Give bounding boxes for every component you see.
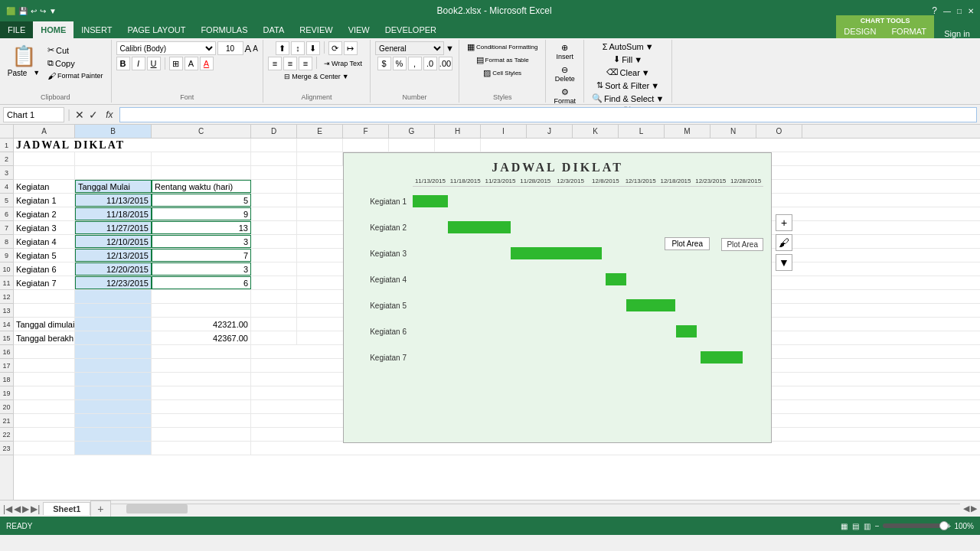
cell-b5[interactable]: 11/13/2015 — [75, 194, 152, 207]
cell-d10[interactable] — [251, 262, 297, 276]
row-header-10[interactable]: 10 — [0, 262, 13, 276]
zoom-out-btn[interactable]: − — [875, 522, 880, 530]
cancel-formula-btn[interactable]: ✕ — [74, 109, 86, 121]
row-header-9[interactable]: 9 — [0, 249, 13, 262]
cell-b15[interactable] — [75, 331, 152, 344]
row-header-17[interactable]: 17 — [0, 359, 13, 373]
cell-d5[interactable] — [251, 194, 297, 207]
format-btn[interactable]: ⚙ Format — [550, 86, 579, 106]
cell-f1[interactable] — [343, 139, 389, 152]
cell-c7[interactable]: 13 — [152, 221, 251, 234]
maximize-btn[interactable]: □ — [957, 7, 962, 15]
paste-dropdown-btn[interactable]: ▼ — [31, 68, 42, 78]
clear-btn[interactable]: ⌫ Clear ▼ — [603, 67, 653, 78]
paste-btn[interactable]: 📋 — [11, 44, 36, 68]
cell-d9[interactable] — [251, 249, 297, 262]
cell-c11[interactable]: 6 — [152, 276, 251, 289]
minimize-btn[interactable]: — — [943, 7, 951, 15]
indent-increase-btn[interactable]: ↦ — [344, 41, 358, 55]
add-sheet-btn[interactable]: + — [90, 500, 110, 517]
col-header-f[interactable]: F — [343, 125, 389, 138]
row-header-20[interactable]: 20 — [0, 400, 13, 414]
cell-c10[interactable]: 3 — [152, 262, 251, 276]
name-box[interactable] — [3, 107, 64, 122]
col-header-d[interactable]: D — [251, 125, 297, 138]
tab-developer[interactable]: DEVELOPER — [377, 21, 444, 38]
cell-c5[interactable]: 5 — [152, 194, 251, 207]
cell-a1[interactable]: JADWAL DIKLAT — [14, 139, 251, 152]
cell-c12[interactable] — [152, 290, 251, 303]
align-middle-btn[interactable]: ↕ — [291, 41, 305, 55]
fill-dropdown-icon[interactable]: ▼ — [634, 55, 642, 64]
border-btn[interactable]: ⊞ — [169, 57, 183, 70]
tab-data[interactable]: DATA — [256, 21, 292, 38]
align-bottom-btn[interactable]: ⬇ — [306, 41, 320, 55]
row-header-12[interactable]: 12 — [0, 290, 13, 304]
row-header-2[interactable]: 2 — [0, 152, 13, 166]
chart-filter-btn[interactable]: ▼ — [776, 254, 792, 271]
font-name-select[interactable]: Calibri (Body) — [116, 41, 216, 55]
wrap-text-btn[interactable]: ⇥ Wrap Text — [321, 57, 365, 70]
cell-d15[interactable] — [251, 331, 297, 344]
cell-a6[interactable]: Kegiatan 2 — [14, 207, 75, 220]
sheet-first-btn[interactable]: |◀ — [3, 504, 12, 514]
row-header-18[interactable]: 18 — [0, 373, 13, 386]
align-top-btn[interactable]: ⬆ — [276, 41, 289, 55]
sheet-last-btn[interactable]: ▶| — [31, 504, 40, 514]
cell-b7[interactable]: 11/27/2015 — [75, 221, 152, 234]
increase-font-btn[interactable]: A — [245, 43, 252, 54]
col-header-j[interactable]: J — [527, 125, 573, 138]
cell-g1[interactable] — [389, 139, 435, 152]
tab-review[interactable]: REVIEW — [292, 21, 340, 38]
redo-quick-btn[interactable]: ↪ — [40, 7, 46, 15]
cell-e1[interactable] — [297, 139, 343, 152]
cell-b4[interactable]: Tanggal Mulai — [75, 180, 152, 193]
cell-a3[interactable] — [14, 166, 75, 179]
row-header-16[interactable]: 16 — [0, 345, 13, 359]
cell-c2[interactable] — [152, 152, 251, 165]
cell-c4[interactable]: Rentang waktu (hari) — [152, 180, 251, 193]
cell-a10[interactable]: Kegiatan 6 — [14, 262, 75, 276]
cell-c6[interactable]: 9 — [152, 207, 251, 220]
cell-d8[interactable] — [251, 235, 297, 248]
cell-c14[interactable]: 42321.00 — [152, 318, 251, 331]
tab-file[interactable]: FILE — [0, 21, 33, 38]
auto-sum-btn[interactable]: Σ AutoSum ▼ — [599, 41, 657, 52]
cell-d3[interactable] — [251, 166, 297, 179]
sheet-tab-1[interactable]: Sheet1 — [43, 502, 90, 515]
format-painter-btn[interactable]: 🖌 Format Painter — [44, 70, 106, 81]
select-all-btn[interactable] — [0, 125, 14, 138]
chart-container[interactable]: JADWAL DIKLAT 11/13/2015 11/18/2015 11/2… — [343, 152, 772, 443]
percent-btn[interactable]: $ — [377, 57, 391, 70]
number-format-select[interactable]: General — [375, 41, 444, 55]
merge-center-btn[interactable]: ⊟ Merge & Center ▼ — [281, 72, 351, 81]
tab-home[interactable]: HOME — [33, 21, 74, 38]
scroll-left-btn[interactable]: ◀ — [963, 504, 969, 514]
cut-btn[interactable]: ✂ Cut — [44, 44, 106, 56]
sort-filter-btn[interactable]: ⇅ Sort & Filter ▼ — [593, 80, 662, 91]
cell-b6[interactable]: 11/18/2015 — [75, 207, 152, 220]
cell-d6[interactable] — [251, 207, 297, 220]
tab-insert[interactable]: INSERT — [74, 21, 119, 38]
row-header-7[interactable]: 7 — [0, 221, 13, 235]
scrollbar-thumb[interactable] — [126, 504, 188, 514]
view-normal-btn[interactable]: ▦ — [841, 522, 848, 530]
cell-b3[interactable] — [75, 166, 152, 179]
tab-format[interactable]: FORMAT — [884, 24, 934, 38]
row-header-22[interactable]: 22 — [0, 428, 13, 442]
cell-a15[interactable]: Tanggal berakhirnya kegiatan (Max) — [14, 331, 75, 344]
sum-dropdown-icon[interactable]: ▼ — [645, 42, 654, 51]
underline-btn[interactable]: U — [147, 57, 161, 70]
align-right-btn[interactable]: ≡ — [299, 57, 312, 70]
row-header-3[interactable]: 3 — [0, 166, 13, 180]
cell-e2[interactable] — [297, 152, 343, 165]
col-header-a[interactable]: A — [14, 125, 75, 138]
cell-d12[interactable] — [251, 290, 297, 303]
insert-btn[interactable]: ⊕ Insert — [553, 41, 577, 62]
col-header-h[interactable]: H — [435, 125, 481, 138]
cell-d4[interactable] — [251, 180, 297, 193]
cell-a7[interactable]: Kegiatan 3 — [14, 221, 75, 234]
fill-color-btn[interactable]: A — [185, 57, 198, 70]
format-as-table-btn[interactable]: ▤ Format as Table — [473, 54, 532, 66]
cell-b8[interactable]: 12/10/2015 — [75, 235, 152, 248]
